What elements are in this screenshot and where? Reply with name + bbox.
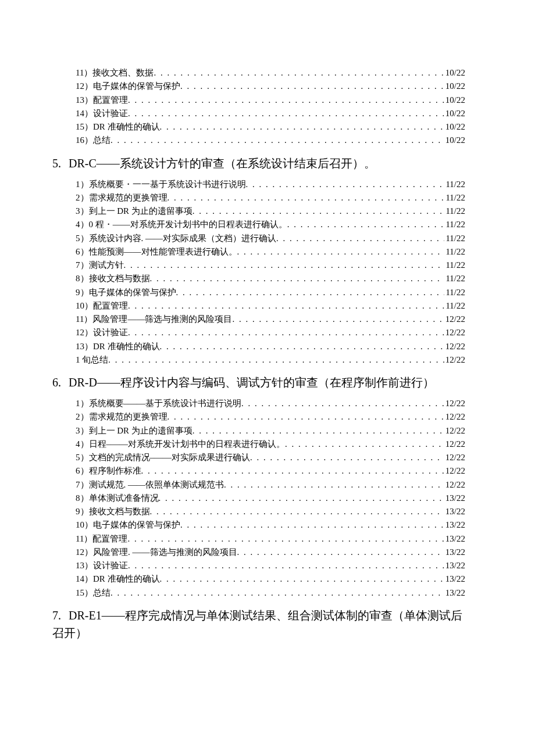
toc-entry-page: 13/22 [444, 586, 465, 600]
toc-entry-label: 10）电子媒体的保管与保护 [76, 518, 180, 532]
toc-entry-page: 13/22 [444, 559, 465, 572]
toc-entry-page: 12/22 [444, 464, 465, 478]
toc-entry-label: 1 旬总结 [76, 353, 108, 367]
toc-entry: 7）测试方针11/22 [76, 259, 465, 272]
toc-entry: 15）总结13/22 [76, 586, 465, 600]
toc-entry-page: 11/22 [444, 259, 465, 272]
toc-entry-label: 2）需求规范的更换管理 [76, 410, 167, 424]
toc-entry-label: 11）风险管理——筛选与推测的风险项目 [76, 313, 232, 326]
toc-entry-page: 11/22 [444, 218, 465, 231]
toc-leader-dots [285, 438, 444, 451]
toc-entry-label: 1）系统概要・一一基于系统设计书进行说明 [76, 178, 246, 191]
toc-entry: 10）电子媒体的保管与保护13/22 [76, 518, 465, 532]
toc-entry: 16）总结10/22 [76, 134, 465, 147]
toc-entry: 13）DR 准确性的确认12/22 [76, 340, 465, 353]
toc-entry-page: 11/22 [444, 299, 465, 313]
section-title: DR-E1——程序完成情况与单体测试结果、组合测试体制的审查（单体测试后召开） [52, 609, 462, 639]
toc-leader-dots [127, 532, 444, 546]
toc-entry-label: 12）电子媒体的保管与保护 [76, 80, 180, 93]
toc-entry-label: 5）文档的完成情况–——对实际成果进行确认 [76, 451, 250, 464]
toc-leader-dots [237, 245, 445, 259]
toc-entry-label: 9）接收文档与数据 [76, 505, 150, 518]
toc-entry-page: 11/22 [444, 245, 465, 259]
toc-entry-label: 12）风险管理. ——筛选与推测的风险项目 [76, 546, 237, 559]
toc-entry-label: 14）DR 准确性的确认 [76, 572, 160, 586]
section-number: 7. [52, 607, 69, 624]
toc-leader-dots [160, 572, 444, 586]
toc-entry-page: 10/22 [444, 80, 465, 93]
toc-entry-label: 9）电子媒体的保管与保护 [76, 286, 176, 299]
toc-entry-page: 12/22 [444, 451, 465, 464]
toc-entry-label: 2）需求规范的更换管理 [76, 191, 167, 205]
toc-block: 11）接收文档、数据10/2212）电子媒体的保管与保护10/2213）配置管理… [76, 66, 465, 148]
toc-entry-label: 15）DR 准确性的确认 [76, 120, 160, 134]
toc-entry: 8）接收文档与数据11/22 [76, 272, 465, 285]
toc-leader-dots [128, 107, 444, 120]
toc-entry-page: 11/22 [444, 205, 465, 218]
toc-entry: 1 旬总结12/22 [76, 353, 465, 367]
toc-entry-page: 13/22 [444, 572, 465, 586]
toc-entry: 12）设计验证12/22 [76, 326, 465, 339]
toc-entry: 4）0 程・——对系统开发计划书中的日程表进行确认。11/22 [76, 218, 465, 231]
toc-entry: 13）设计验证13/22 [76, 559, 465, 572]
toc-leader-dots [150, 272, 445, 285]
toc-leader-dots [159, 492, 444, 505]
toc-entry: 14）设计验证10/22 [76, 107, 465, 120]
toc-leader-dots [128, 559, 444, 572]
toc-entry-label: 15）总结 [76, 586, 110, 600]
toc-entry-page: 11/22 [444, 286, 465, 299]
toc-leader-dots [276, 232, 444, 245]
toc-leader-dots [128, 94, 444, 107]
toc-entry-page: 10/22 [444, 120, 465, 134]
toc-entry-label: 8）接收文档与数据 [76, 272, 150, 285]
toc-entry-page: 11/22 [444, 232, 465, 245]
toc-entry: 10）配置管理11/22 [76, 299, 465, 313]
toc-entry-page: 12/22 [444, 326, 465, 339]
toc-entry-label: 6）程序制作标准 [76, 464, 141, 478]
section-title: DR-D——程序设计内容与编码、调试方针的审查（在程序制作前进行） [69, 376, 434, 389]
toc-entry-label: 13）设计验证 [76, 559, 128, 572]
toc-entry: 3）到上一 DR 为止的遗留事项12/22 [76, 424, 465, 438]
toc-leader-dots [128, 326, 444, 339]
toc-entry-label: 13）DR 准确性的确认 [76, 340, 160, 353]
toc-entry-page: 12/22 [444, 438, 465, 451]
section-heading: 6.DR-D——程序设计内容与编码、调试方针的审查（在程序制作前进行） [52, 374, 465, 391]
toc-leader-dots [110, 134, 444, 147]
toc-entry: 9）电子媒体的保管与保护11/22 [76, 286, 465, 299]
toc-leader-dots [180, 518, 444, 532]
toc-entry-label: 13）配置管理 [76, 94, 128, 107]
toc-entry-page: 13/22 [444, 505, 465, 518]
toc-entry: 11）接收文档、数据10/22 [76, 66, 465, 80]
toc-leader-dots [176, 286, 445, 299]
toc-entry: 2）需求规范的更换管理12/22 [76, 410, 465, 424]
toc-leader-dots [241, 397, 444, 410]
toc-entry-page: 10/22 [444, 66, 465, 80]
toc-leader-dots [141, 464, 444, 478]
toc-entry: 6）程序制作标准12/22 [76, 464, 465, 478]
toc-entry-page: 12/22 [444, 353, 465, 367]
toc-leader-dots [167, 410, 444, 424]
toc-entry: 6）性能预测——对性能管理表进行确认。11/22 [76, 245, 465, 259]
toc-entry: 3）到上一 DR 为止的遗留事项11/22 [76, 205, 465, 218]
toc-leader-dots [224, 478, 444, 492]
toc-entry-label: 12）设计验证 [76, 326, 128, 339]
toc-entry-page: 11/22 [444, 272, 465, 285]
toc-entry: 1）系统概要・一一基于系统设计书进行说明11/22 [76, 178, 465, 191]
toc-entry-label: 3）到上一 DR 为止的遗留事项 [76, 205, 192, 218]
toc-entry: 12）风险管理. ——筛选与推测的风险项目13/22 [76, 546, 465, 559]
toc-entry: 5）系统设计内容. ——对实际成果（文档）进行确认11/22 [76, 232, 465, 245]
toc-leader-dots [154, 66, 444, 80]
toc-leader-dots [150, 505, 444, 518]
section-number: 5. [52, 155, 69, 172]
toc-entry-page: 10/22 [444, 107, 465, 120]
toc-block: 1）系统概要–——基于系统设计书进行说明12/222）需求规范的更换管理12/2… [76, 397, 465, 600]
toc-entry-label: 7）测试方针 [76, 259, 124, 272]
toc-entry-label: 14）设计验证 [76, 107, 128, 120]
toc-entry-page: 13/22 [444, 546, 465, 559]
toc-entry-label: 1）系统概要–——基于系统设计书进行说明 [76, 397, 241, 410]
section-heading: 7.DR-E1——程序完成情况与单体测试结果、组合测试体制的审查（单体测试后召开… [52, 607, 465, 642]
toc-entry-label: 4）0 程・——对系统开发计划书中的日程表进行确认。 [76, 218, 287, 231]
toc-leader-dots [128, 299, 444, 313]
section-heading: 5.DR-C——系统设计方针的审查（在系统设计结束后召开）。 [52, 155, 465, 172]
toc-entry-label: 8）单体测试准备情况 [76, 492, 159, 505]
